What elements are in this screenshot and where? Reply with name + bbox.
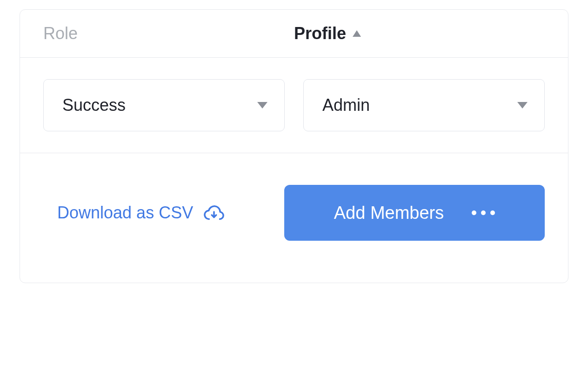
filters-row: Success Admin [20, 58, 568, 153]
column-header-profile[interactable]: Profile [294, 24, 545, 43]
role-select-value: Success [62, 95, 126, 115]
more-options-icon [472, 210, 495, 215]
chevron-down-icon [517, 102, 528, 108]
cloud-download-icon [203, 202, 225, 224]
download-csv-label: Download as CSV [57, 203, 193, 223]
role-select[interactable]: Success [43, 79, 285, 131]
column-header-role[interactable]: Role [43, 24, 294, 43]
column-header-role-label: Role [43, 24, 78, 43]
download-csv-link[interactable]: Download as CSV [57, 202, 225, 224]
actions-row: Download as CSV Add Members [20, 153, 568, 283]
profile-select[interactable]: Admin [303, 79, 545, 131]
column-header-profile-label: Profile [294, 24, 346, 43]
profile-select-value: Admin [322, 95, 370, 115]
members-card: Role Profile Success Admin Download as C… [20, 9, 568, 283]
table-header-row: Role Profile [20, 10, 568, 58]
add-members-button[interactable]: Add Members [284, 185, 545, 241]
sort-ascending-icon [353, 30, 361, 37]
add-members-label: Add Members [334, 203, 444, 223]
chevron-down-icon [257, 102, 267, 108]
